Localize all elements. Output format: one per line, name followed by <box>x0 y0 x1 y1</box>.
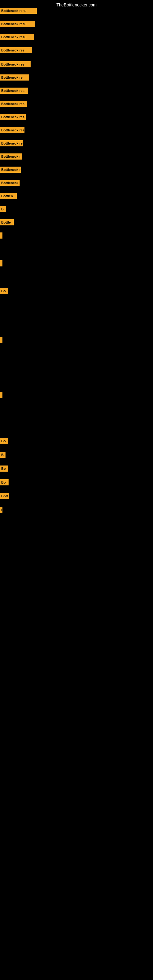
bottleneck-bar: Bottlen <box>0 193 17 199</box>
bottleneck-bar: Bottleneck res <box>0 88 28 94</box>
bottleneck-bar: Bottleneck res <box>0 101 27 107</box>
bottleneck-bar: Bott <box>0 493 9 499</box>
bottleneck-bar: Bottleneck res <box>0 114 26 120</box>
bottleneck-bar <box>0 337 2 343</box>
bottleneck-bar: Bottleneck r <box>0 180 19 186</box>
bottleneck-bar: B <box>0 452 5 458</box>
bottleneck-bar: Bo <box>0 479 9 485</box>
bottleneck-bar <box>0 232 2 239</box>
bottleneck-bar: Bottle <box>0 219 14 225</box>
bottleneck-bar: Bottleneck resu <box>0 21 35 27</box>
bottleneck-bar: Bottleneck res <box>0 127 24 133</box>
bottleneck-bar: Bo <box>0 466 8 472</box>
bottleneck-bar: Bo <box>0 288 8 294</box>
bottleneck-bar: Bo <box>0 438 8 444</box>
bottleneck-bar: Bottleneck r <box>0 167 21 173</box>
bottleneck-bar: Bottleneck re <box>0 75 29 81</box>
bottleneck-bar: Bottleneck res <box>0 61 30 67</box>
bottleneck-bar: B <box>0 507 2 513</box>
bottleneck-bar: Bottleneck resu <box>0 34 33 40</box>
bottleneck-bar: Bottleneck resu <box>0 8 37 14</box>
bottleneck-bar: B <box>0 206 6 212</box>
bottleneck-bar: Bottleneck re <box>0 140 23 146</box>
bottleneck-bar: Bottleneck res <box>0 47 32 53</box>
bottleneck-bar <box>0 392 2 398</box>
bottleneck-bar <box>0 260 2 266</box>
bottleneck-bar: Bottleneck r <box>0 153 22 159</box>
